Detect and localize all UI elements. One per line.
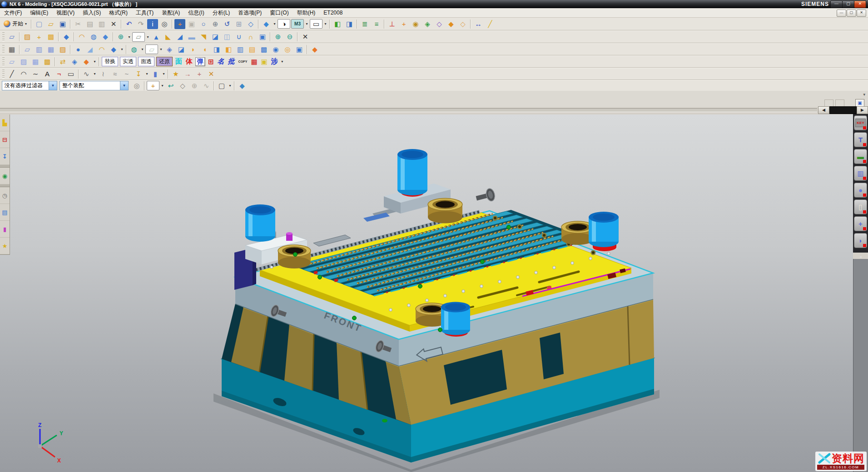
- glyph-tan[interactable]: 弹: [195, 57, 205, 66]
- joggle[interactable]: ▥: [235, 45, 246, 55]
- menu-item-2[interactable]: 编辑(E): [26, 8, 52, 18]
- save-file[interactable]: ▣: [57, 19, 68, 29]
- tool-key[interactable]: KEY: [854, 115, 867, 130]
- intersect[interactable]: ▣: [257, 32, 268, 42]
- face-blend[interactable]: ◆: [108, 45, 119, 55]
- ruled-surface[interactable]: ▱: [22, 45, 33, 55]
- shaded-view[interactable]: ◆: [261, 19, 272, 29]
- chevron-down-icon[interactable]: ▼: [120, 81, 128, 90]
- information[interactable]: i: [147, 19, 158, 29]
- scroll-right-icon[interactable]: ▶: [857, 106, 868, 114]
- arc[interactable]: ◠: [18, 69, 29, 79]
- toolbar-start[interactable]: 开始▾: [1, 20, 30, 28]
- trim-body[interactable]: ◪: [210, 32, 221, 42]
- system-materials[interactable]: ▮: [0, 221, 10, 238]
- assembly-navigator[interactable]: ▙: [0, 114, 10, 131]
- eraser[interactable]: ◇: [177, 81, 188, 91]
- edge-blend[interactable]: ◠: [96, 45, 107, 55]
- find-component[interactable]: ◎: [159, 19, 170, 29]
- key-document[interactable]: ★: [170, 69, 181, 79]
- delete-face[interactable]: ✕: [300, 32, 311, 42]
- restore-button[interactable]: ▢: [842, 0, 854, 8]
- mold-assembly-3d-model[interactable]: FRONT: [0, 114, 853, 472]
- extrude[interactable]: ◆: [61, 32, 72, 42]
- menu-item-10[interactable]: 首选项(P): [234, 8, 266, 18]
- bounded-plane[interactable]: ▱: [145, 45, 158, 54]
- glyph-ming[interactable]: 名: [218, 57, 224, 66]
- menu-item-5[interactable]: 格式(R): [105, 8, 132, 18]
- glyph-ti[interactable]: 体: [186, 57, 193, 66]
- fit-view[interactable]: +: [174, 19, 185, 29]
- tool-punch[interactable]: T: [854, 132, 867, 147]
- menu-item-8[interactable]: 信息(I): [184, 8, 208, 18]
- closed-corner[interactable]: ▤: [247, 45, 258, 55]
- solid-punch[interactable]: ▣: [294, 45, 305, 55]
- tool-trefoil-plate[interactable]: ●: [854, 183, 867, 198]
- bridge-curve[interactable]: ≈: [109, 69, 120, 79]
- offset-surface[interactable]: ◍: [129, 45, 139, 55]
- menu-item-12[interactable]: 帮助(H): [293, 8, 320, 18]
- glyph-she[interactable]: 涉: [271, 57, 278, 66]
- tool-cross-fitting[interactable]: +: [854, 216, 867, 231]
- close-button[interactable]: ✕: [854, 0, 866, 8]
- tool-bracket[interactable]: ▥: [854, 166, 867, 181]
- datum-plane[interactable]: ▨: [22, 32, 33, 42]
- ghost-button-2[interactable]: [835, 99, 844, 107]
- selection-scope-dropdown[interactable]: 整个装配 ▼: [60, 81, 129, 90]
- mesh-sheet[interactable]: ▦: [30, 57, 41, 67]
- measure-distance[interactable]: ↔: [473, 19, 484, 29]
- dimple[interactable]: ◉: [270, 45, 281, 55]
- simple-measure[interactable]: ╱: [485, 19, 496, 29]
- chevron-down-icon[interactable]: ▼: [49, 81, 57, 90]
- swept-surface[interactable]: ▨: [57, 45, 68, 55]
- mdi-minimize-button[interactable]: —: [837, 10, 846, 17]
- collapse-left-icon[interactable]: ◂: [853, 254, 868, 259]
- mdi-restore-button[interactable]: ▢: [847, 10, 856, 17]
- text[interactable]: A: [42, 69, 53, 79]
- glyph-crosshair[interactable]: ⊞: [208, 58, 214, 66]
- ghost-button-1[interactable]: [824, 99, 833, 107]
- render-style[interactable]: ◑: [278, 19, 290, 29]
- copy[interactable]: ▤: [84, 19, 95, 29]
- horizontal-scrollbar[interactable]: ◀ ▶: [818, 106, 868, 114]
- menu-item-13[interactable]: ET2008: [319, 9, 347, 17]
- datum-csys[interactable]: ▩: [45, 32, 56, 42]
- toolbar-c[interactable]: ▾: [161, 72, 166, 76]
- rectangle[interactable]: ▭: [65, 69, 76, 79]
- split-body[interactable]: ◫: [222, 32, 233, 42]
- tool-white-punch[interactable]: ▯: [854, 199, 867, 214]
- pattern-feature[interactable]: ▦: [6, 45, 17, 55]
- fitted-sheet[interactable]: ▩: [42, 57, 53, 67]
- background-color[interactable]: ▭: [310, 19, 322, 29]
- toolbar-c[interactable]: ▾: [144, 72, 149, 76]
- flatten-bend[interactable]: ◆: [309, 45, 320, 55]
- toolbar-c[interactable]: ▾: [159, 47, 164, 51]
- studio-surface[interactable]: ▱: [6, 57, 17, 67]
- groove[interactable]: ◥: [198, 32, 209, 42]
- menu-item-11[interactable]: 窗口(O): [266, 8, 293, 18]
- toolbar-c[interactable]: ▾: [323, 22, 328, 26]
- menu-item-1[interactable]: 文件(F): [0, 8, 26, 18]
- object-display[interactable]: ◉: [410, 19, 421, 29]
- trim-curve[interactable]: →: [182, 69, 193, 79]
- flange[interactable]: ◨: [211, 45, 222, 55]
- snap-point[interactable]: ◎: [131, 81, 142, 91]
- button-tihuan[interactable]: 替换: [102, 57, 118, 66]
- sphere[interactable]: ●: [73, 45, 84, 55]
- face-blank[interactable]: ▱: [132, 32, 145, 42]
- menu-item-9[interactable]: 分析(L): [208, 8, 234, 18]
- cut[interactable]: ✂: [73, 19, 84, 29]
- perspective-view[interactable]: ◇: [245, 19, 256, 29]
- tool-green-block[interactable]: ▬: [854, 149, 867, 164]
- menu-item-7[interactable]: 装配(A): [158, 8, 184, 18]
- mdi-close-button[interactable]: ✕: [857, 10, 866, 17]
- hole[interactable]: ⊕: [115, 32, 126, 42]
- undo[interactable]: ↶: [124, 19, 134, 29]
- swap-face[interactable]: ⇄: [57, 57, 68, 67]
- edit-curve[interactable]: ✕: [206, 69, 217, 79]
- toolbar-c[interactable]: ▾: [272, 22, 277, 26]
- glyph-mian[interactable]: 面: [175, 57, 182, 66]
- orient-view-2[interactable]: ◨: [344, 19, 355, 29]
- unite[interactable]: ∪: [233, 32, 244, 42]
- toolbar-c[interactable]: ▾: [119, 47, 124, 51]
